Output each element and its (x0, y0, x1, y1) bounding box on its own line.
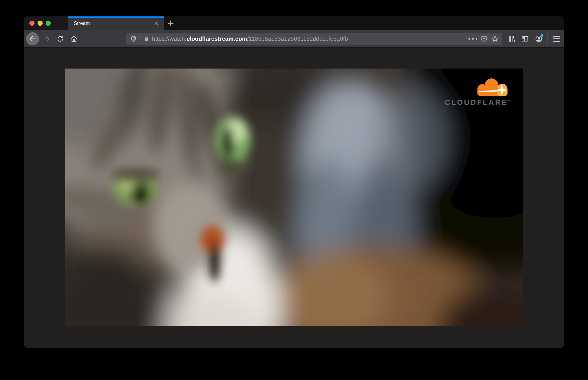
tab-stream[interactable]: Stream × (68, 17, 164, 30)
minimize-window-icon[interactable] (37, 21, 43, 26)
lock-icon (143, 36, 150, 42)
browser-window: Stream × + (24, 17, 564, 348)
navigation-toolbar: https://watch.cloudflarestream.com/11859… (24, 30, 564, 48)
bookmark-star-icon (491, 35, 499, 43)
macos-titlebar-controls (24, 17, 68, 30)
url-scheme: https://watch. (152, 36, 187, 42)
zoom-window-icon[interactable] (46, 21, 51, 26)
urlbar-actions (468, 34, 500, 44)
tracking-protection-button[interactable] (129, 34, 138, 44)
close-window-icon[interactable] (29, 21, 35, 26)
cloudflare-cloud-icon (476, 78, 511, 97)
toolbar-separator (547, 32, 548, 46)
pocket-button[interactable] (479, 34, 489, 44)
reload-button[interactable] (54, 32, 66, 45)
cloudflare-logo-text: CLOUDFLARE™ (445, 98, 511, 107)
bookmark-button[interactable] (490, 34, 500, 44)
trademark-symbol: ™ (508, 99, 511, 103)
video-frame-cat (65, 69, 523, 326)
brand-name: CLOUDFLARE (445, 98, 508, 106)
account-notification-dot (540, 34, 544, 37)
menu-hamburger-icon (553, 36, 560, 42)
url-display[interactable]: https://watch.cloudflarestream.com/11859… (152, 36, 466, 42)
sidebar-button[interactable] (519, 32, 531, 45)
library-icon (508, 35, 516, 43)
back-icon (29, 35, 36, 43)
desktop-background: Stream × + (0, 0, 588, 380)
sidebar-icon (521, 35, 529, 43)
new-tab-button[interactable]: + (164, 17, 178, 30)
forward-button[interactable] (40, 32, 52, 45)
library-button[interactable] (506, 32, 518, 45)
tab-bar-empty-space: + (164, 17, 564, 30)
tab-bar: Stream × + (24, 17, 564, 30)
tracking-shield-icon (130, 36, 137, 42)
page-content: CLOUDFLARE™ (24, 48, 564, 348)
back-button[interactable] (26, 32, 39, 45)
url-bar[interactable]: https://watch.cloudflarestream.com/11859… (126, 33, 502, 45)
urlbar-separator (140, 35, 141, 42)
pocket-icon (480, 35, 488, 42)
video-player[interactable]: CLOUDFLARE™ (65, 69, 523, 326)
home-icon (70, 35, 78, 43)
page-actions-button[interactable] (468, 34, 478, 44)
account-button[interactable] (533, 32, 545, 45)
url-domain: cloudflarestream.com (187, 36, 247, 42)
tab-title: Stream (74, 20, 152, 26)
forward-icon (43, 35, 50, 43)
cloudflare-watermark: CLOUDFLARE™ (445, 78, 511, 107)
home-button[interactable] (68, 32, 80, 45)
page-actions-dots-icon (468, 38, 477, 40)
url-path: /118598a163a125631152ddaccfe3a0fb (247, 36, 348, 42)
menu-button[interactable] (551, 32, 563, 45)
reload-icon (56, 35, 64, 43)
tab-close-icon[interactable]: × (152, 19, 160, 28)
